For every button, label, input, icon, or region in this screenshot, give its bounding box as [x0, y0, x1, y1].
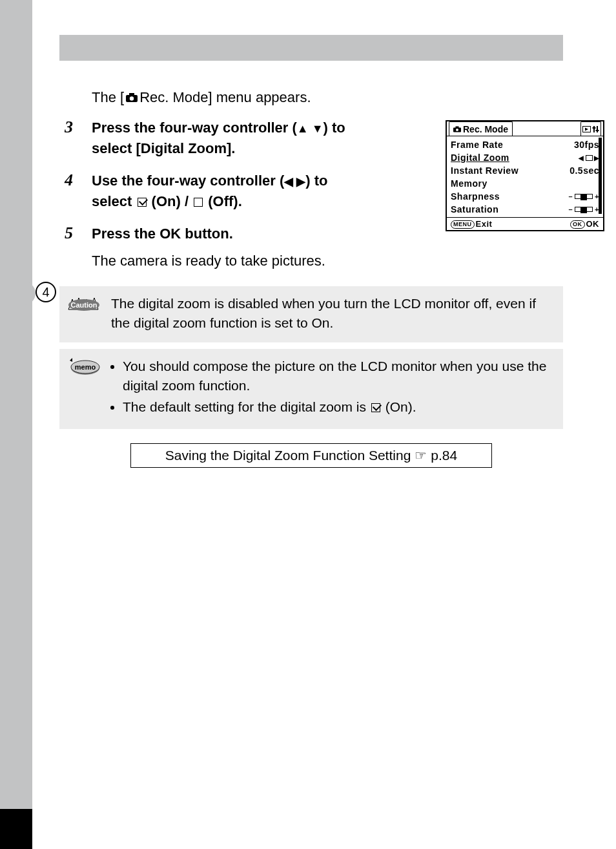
caution-text: The digital zoom is disabled when you tu…: [111, 294, 551, 332]
menu-item-value: 30fps: [574, 140, 599, 150]
svg-rect-17: [596, 130, 599, 131]
caution-icon: Caution: [66, 294, 102, 316]
menu-row-sharpness: Sharpness –+: [451, 190, 599, 203]
memo-item-2: The default setting for the digital zoom…: [123, 397, 551, 416]
step-number: 3: [59, 118, 92, 137]
menu-tabs: Rec. Mode: [447, 121, 603, 136]
playback-icon: [582, 126, 591, 132]
cross-reference-box: Saving the Digital Zoom Function Setting…: [130, 443, 492, 468]
caution-block: Caution The digital zoom is disabled whe…: [59, 286, 563, 342]
intro-text: The [ Rec. Mode] menu appears.: [92, 89, 563, 106]
svg-rect-15: [597, 126, 598, 132]
menu-footer-exit: MENUExit: [451, 219, 492, 229]
checkbox-on-icon: [371, 403, 380, 412]
chapter-tab: 4: [36, 282, 56, 302]
slider-value: –+: [568, 193, 599, 200]
menu-tab-other: [580, 121, 601, 136]
camera-icon: [125, 92, 138, 103]
menu-footer: MENUExit OKOK: [447, 217, 603, 230]
chapter-number: 4: [42, 285, 49, 300]
ok-button-pill: OK: [570, 220, 585, 229]
menu-item-label: Sharpness: [451, 191, 500, 202]
menu-tab-label: Rec. Mode: [463, 124, 508, 134]
svg-marker-13: [585, 127, 588, 131]
left-arrow-icon: ◀: [579, 154, 584, 162]
right-arrow-icon: ▶: [594, 154, 600, 162]
menu-row-memory: Memory: [451, 177, 599, 190]
svg-rect-1: [129, 93, 134, 96]
menu-item-label: Saturation: [451, 204, 498, 215]
menu-item-label: Frame Rate: [451, 140, 503, 150]
menu-row-frame-rate: Frame Rate 30fps: [451, 138, 599, 151]
step-number: 5: [59, 224, 92, 243]
left-margin-rail: [0, 0, 32, 849]
memo-item-1: You should compose the picture on the LC…: [123, 357, 551, 395]
svg-point-2: [130, 96, 134, 100]
menu-item-value: ◀ ▶: [579, 154, 599, 162]
chapter-number-circle: 4: [36, 282, 56, 302]
intro-suffix: Rec. Mode] menu appears.: [139, 89, 311, 106]
menu-item-value: 0.5sec: [570, 165, 599, 176]
checkbox-off-icon: [194, 198, 203, 207]
svg-point-11: [456, 129, 458, 131]
camera-menu-screenshot: Rec. Mode Frame Rate 30fps Digital Zoom …: [446, 120, 604, 231]
menu-row-instant-review: Instant Review 0.5sec: [451, 164, 599, 177]
svg-rect-14: [593, 126, 595, 132]
menu-item-label: Instant Review: [451, 165, 518, 176]
menu-scrollbar: [599, 138, 602, 214]
menu-tab-rec-mode: Rec. Mode: [449, 121, 513, 136]
ref-page: p.84: [431, 448, 457, 463]
svg-rect-16: [593, 127, 596, 129]
checkbox-icon: [586, 155, 593, 161]
camera-icon: [453, 126, 461, 132]
step-text: Use the four-way controller (◀ ▶) to sel…: [92, 171, 369, 212]
menu-footer-ok: OKOK: [570, 219, 599, 229]
pointer-icon: ☞: [415, 448, 427, 463]
intro-prefix: The [: [92, 89, 124, 106]
slider-value: –+: [568, 205, 599, 213]
checkbox-on-icon: [138, 198, 147, 207]
up-down-arrows-icon: ▲ ▼: [297, 122, 323, 135]
menu-body: Frame Rate 30fps Digital Zoom ◀ ▶ Instan…: [447, 136, 603, 217]
page-header-bar: [59, 35, 563, 61]
svg-text:memo: memo: [75, 363, 96, 371]
memo-text: You should compose the picture on the LC…: [111, 357, 551, 419]
menu-button-pill: MENU: [451, 220, 475, 229]
menu-item-label: Digital Zoom: [451, 152, 509, 163]
step-text: Press the four-way controller (▲ ▼) to s…: [92, 118, 369, 159]
memo-block: memo You should compose the picture on t…: [59, 349, 563, 429]
step-number: 4: [59, 171, 92, 190]
chapter-tab-bg: [21, 282, 36, 305]
svg-text:Caution: Caution: [71, 301, 98, 309]
ref-text: Saving the Digital Zoom Function Setting: [165, 448, 411, 463]
step-text: Press the OK button.: [92, 224, 369, 244]
left-margin-bottom-block: [0, 809, 32, 849]
step-5-followup: The camera is ready to take pictures.: [92, 253, 563, 269]
memo-icon: memo: [66, 357, 102, 379]
setup-icon: [592, 126, 599, 132]
menu-row-saturation: Saturation –+: [451, 203, 599, 216]
svg-rect-10: [456, 126, 459, 128]
menu-row-digital-zoom: Digital Zoom ◀ ▶: [451, 151, 599, 164]
menu-item-label: Memory: [451, 178, 488, 189]
left-right-arrows-icon: ◀ ▶: [284, 175, 305, 188]
